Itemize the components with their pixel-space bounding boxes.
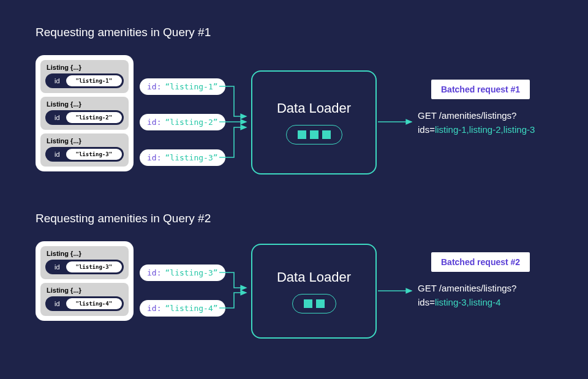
loader-square xyxy=(322,130,331,139)
pill-key: id: xyxy=(147,82,161,91)
id-row: id "listing-2" xyxy=(45,110,124,125)
listing-header: Listing {...} xyxy=(45,100,124,108)
section-1-title: Requesting amenities in Query #1 xyxy=(36,26,211,39)
listing-header: Listing {...} xyxy=(45,287,124,294)
id-row: id "listing-1" xyxy=(45,73,124,88)
request-line-2: ids=listing-3,listing-4 xyxy=(418,296,516,310)
listing-panel-2: Listing {...} id "listing-3" Listing {..… xyxy=(36,241,134,321)
loader-square xyxy=(310,130,318,139)
id-label: id xyxy=(47,300,66,307)
request-text-1: GET /amenities/listings? ids=listing-1,l… xyxy=(418,109,535,137)
id-value: "listing-2" xyxy=(66,112,122,123)
pill-key: id: xyxy=(147,304,161,313)
pill-key: id: xyxy=(147,268,161,277)
listing-panel-1: Listing {...} id "listing-1" Listing {..… xyxy=(36,55,134,171)
listing-header: Listing {...} xyxy=(45,250,124,257)
listing-card: Listing {...} id "listing-1" xyxy=(40,60,129,93)
listing-header: Listing {...} xyxy=(45,64,124,71)
request-line-1: GET /amenities/listings? xyxy=(418,109,535,123)
request-text-2: GET /amenities/listings? ids=listing-3,l… xyxy=(418,282,516,309)
batched-label-1: Batched request #1 xyxy=(431,80,530,99)
id-value: "listing-1" xyxy=(66,75,122,86)
loader-square xyxy=(298,130,306,139)
id-value: "listing-3" xyxy=(66,261,122,272)
id-value: "listing-3" xyxy=(66,149,122,160)
pill-val: “listing-2” xyxy=(161,118,217,127)
section-2-title: Requesting amenities in Query #2 xyxy=(36,212,211,225)
id-pill-4: id: “listing-3” xyxy=(140,265,225,281)
pill-key: id: xyxy=(147,153,161,162)
request-line-1: GET /amenities/listings? xyxy=(418,282,516,296)
pill-val: “listing-3” xyxy=(161,268,217,277)
listing-card: Listing {...} id "listing-4" xyxy=(40,283,129,316)
id-label: id xyxy=(47,263,66,271)
id-pill-3: id: “listing-3” xyxy=(140,149,225,166)
listing-header: Listing {...} xyxy=(45,137,124,144)
listing-card: Listing {...} id "listing-3" xyxy=(40,246,129,279)
dataloader-title: Data Loader xyxy=(277,269,351,285)
dataloader-title: Data Loader xyxy=(277,100,351,116)
loader-square xyxy=(304,299,312,308)
loader-pill xyxy=(286,125,342,144)
loader-pill xyxy=(292,294,336,313)
id-label: id xyxy=(47,114,66,121)
id-pill-1: id: “listing-1” xyxy=(140,78,225,95)
batched-label-2: Batched request #2 xyxy=(431,252,530,272)
pill-val: “listing-3” xyxy=(161,153,217,162)
loader-square xyxy=(316,299,325,308)
dataloader-box-1: Data Loader xyxy=(251,70,377,174)
pill-key: id: xyxy=(147,118,161,127)
dataloader-box-2: Data Loader xyxy=(251,244,377,339)
id-label: id xyxy=(47,77,66,84)
listing-card: Listing {...} id "listing-3" xyxy=(40,133,129,167)
id-row: id "listing-4" xyxy=(45,296,124,311)
id-pill-5: id: “listing-4” xyxy=(140,300,225,317)
id-row: id "listing-3" xyxy=(45,260,124,274)
id-label: id xyxy=(47,151,66,158)
request-line-2: ids=listing-1,listing-2,listing-3 xyxy=(418,123,535,137)
id-row: id "listing-3" xyxy=(45,147,124,162)
listing-card: Listing {...} id "listing-2" xyxy=(40,97,129,130)
pill-val: “listing-1” xyxy=(161,82,217,91)
id-pill-2: id: “listing-2” xyxy=(140,114,225,130)
pill-val: “listing-4” xyxy=(161,304,217,313)
id-value: "listing-4" xyxy=(66,298,122,309)
